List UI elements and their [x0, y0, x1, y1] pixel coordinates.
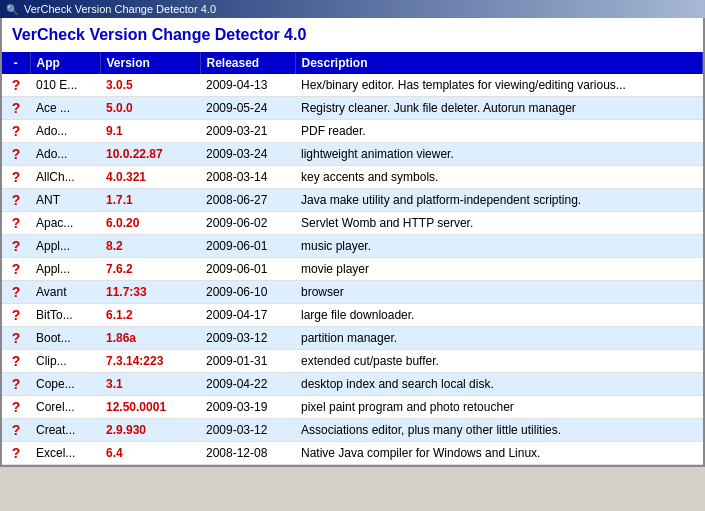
table-row: ?Creat...2.9.9302009-03-12Associations e…	[2, 419, 703, 442]
col-header-version: Version	[100, 52, 200, 74]
row-description: lightweight animation viewer.	[295, 143, 703, 166]
row-indicator: ?	[2, 166, 30, 189]
row-version: 6.1.2	[100, 304, 200, 327]
row-app: AllCh...	[30, 166, 100, 189]
row-indicator: ?	[2, 258, 30, 281]
title-bar: 🔍 VerCheck Version Change Detector 4.0	[0, 0, 705, 18]
row-released: 2008-03-14	[200, 166, 295, 189]
app-container: VerCheck Version Change Detector 4.0 - A…	[0, 18, 705, 467]
row-description: pixel paint program and photo retoucher	[295, 396, 703, 419]
row-description: desktop index and search local disk.	[295, 373, 703, 396]
row-version: 10.0.22.87	[100, 143, 200, 166]
row-description: Associations editor, plus many other lit…	[295, 419, 703, 442]
table-row: ?010 E...3.0.52009-04-13Hex/binary edito…	[2, 74, 703, 97]
table-row: ?Cope...3.12009-04-22desktop index and s…	[2, 373, 703, 396]
row-released: 2009-06-01	[200, 258, 295, 281]
row-indicator: ?	[2, 281, 30, 304]
row-app: Clip...	[30, 350, 100, 373]
row-released: 2009-03-21	[200, 120, 295, 143]
row-description: Hex/binary editor. Has templates for vie…	[295, 74, 703, 97]
row-released: 2009-06-02	[200, 212, 295, 235]
row-app: 010 E...	[30, 74, 100, 97]
col-header-description: Description	[295, 52, 703, 74]
row-released: 2008-06-27	[200, 189, 295, 212]
row-indicator: ?	[2, 442, 30, 465]
table-body: ?010 E...3.0.52009-04-13Hex/binary edito…	[2, 74, 703, 465]
row-indicator: ?	[2, 74, 30, 97]
row-indicator: ?	[2, 396, 30, 419]
row-indicator: ?	[2, 143, 30, 166]
row-version: 3.1	[100, 373, 200, 396]
row-version: 9.1	[100, 120, 200, 143]
row-description: movie player	[295, 258, 703, 281]
row-description: music player.	[295, 235, 703, 258]
row-app: ANT	[30, 189, 100, 212]
table-row: ?Boot...1.86a2009-03-12partition manager…	[2, 327, 703, 350]
row-released: 2009-05-24	[200, 97, 295, 120]
table-row: ?BitTo...6.1.22009-04-17large file downl…	[2, 304, 703, 327]
row-version: 1.86a	[100, 327, 200, 350]
row-app: Appl...	[30, 235, 100, 258]
table-row: ?Ado...9.12009-03-21PDF reader.	[2, 120, 703, 143]
row-indicator: ?	[2, 419, 30, 442]
table-row: ?Apac...6.0.202009-06-02Servlet Womb and…	[2, 212, 703, 235]
row-app: Ace ...	[30, 97, 100, 120]
row-version: 1.7.1	[100, 189, 200, 212]
title-bar-icon: 🔍	[6, 4, 18, 15]
row-indicator: ?	[2, 97, 30, 120]
table-header-row: - App Version Released Description	[2, 52, 703, 74]
row-indicator: ?	[2, 235, 30, 258]
row-version: 8.2	[100, 235, 200, 258]
row-released: 2009-03-24	[200, 143, 295, 166]
row-indicator: ?	[2, 212, 30, 235]
table-row: ?Clip...7.3.14:2232009-01-31extended cut…	[2, 350, 703, 373]
row-app: Excel...	[30, 442, 100, 465]
table-row: ?AllCh...4.0.3212008-03-14key accents an…	[2, 166, 703, 189]
row-app: Corel...	[30, 396, 100, 419]
row-description: browser	[295, 281, 703, 304]
row-version: 6.4	[100, 442, 200, 465]
row-description: PDF reader.	[295, 120, 703, 143]
row-app: Ado...	[30, 120, 100, 143]
title-bar-label: VerCheck Version Change Detector 4.0	[24, 3, 216, 15]
row-version: 3.0.5	[100, 74, 200, 97]
row-version: 7.3.14:223	[100, 350, 200, 373]
table-row: ?ANT1.7.12008-06-27Java make utility and…	[2, 189, 703, 212]
table-row: ?Appl...8.22009-06-01music player.	[2, 235, 703, 258]
row-app: Appl...	[30, 258, 100, 281]
row-released: 2009-04-13	[200, 74, 295, 97]
row-app: Ado...	[30, 143, 100, 166]
row-description: extended cut/paste buffer.	[295, 350, 703, 373]
table-row: ?Ace ...5.0.02009-05-24Registry cleaner.…	[2, 97, 703, 120]
row-indicator: ?	[2, 350, 30, 373]
row-description: Servlet Womb and HTTP server.	[295, 212, 703, 235]
row-released: 2009-04-17	[200, 304, 295, 327]
row-released: 2009-01-31	[200, 350, 295, 373]
row-version: 12.50.0001	[100, 396, 200, 419]
row-indicator: ?	[2, 373, 30, 396]
row-app: Boot...	[30, 327, 100, 350]
row-indicator: ?	[2, 327, 30, 350]
row-version: 11.7:33	[100, 281, 200, 304]
row-app: Cope...	[30, 373, 100, 396]
row-version: 5.0.0	[100, 97, 200, 120]
row-description: partition manager.	[295, 327, 703, 350]
row-app: Creat...	[30, 419, 100, 442]
table-row: ?Corel...12.50.00012009-03-19pixel paint…	[2, 396, 703, 419]
row-released: 2009-04-22	[200, 373, 295, 396]
row-description: large file downloader.	[295, 304, 703, 327]
row-description: Registry cleaner. Junk file deleter. Aut…	[295, 97, 703, 120]
row-indicator: ?	[2, 189, 30, 212]
row-app: Apac...	[30, 212, 100, 235]
row-released: 2009-06-10	[200, 281, 295, 304]
row-description: Java make utility and platform-independe…	[295, 189, 703, 212]
row-indicator: ?	[2, 304, 30, 327]
row-released: 2009-03-12	[200, 419, 295, 442]
row-version: 4.0.321	[100, 166, 200, 189]
row-version: 6.0.20	[100, 212, 200, 235]
row-app: Avant	[30, 281, 100, 304]
col-header-released: Released	[200, 52, 295, 74]
row-released: 2009-03-12	[200, 327, 295, 350]
col-header-dash: -	[2, 52, 30, 74]
row-indicator: ?	[2, 120, 30, 143]
